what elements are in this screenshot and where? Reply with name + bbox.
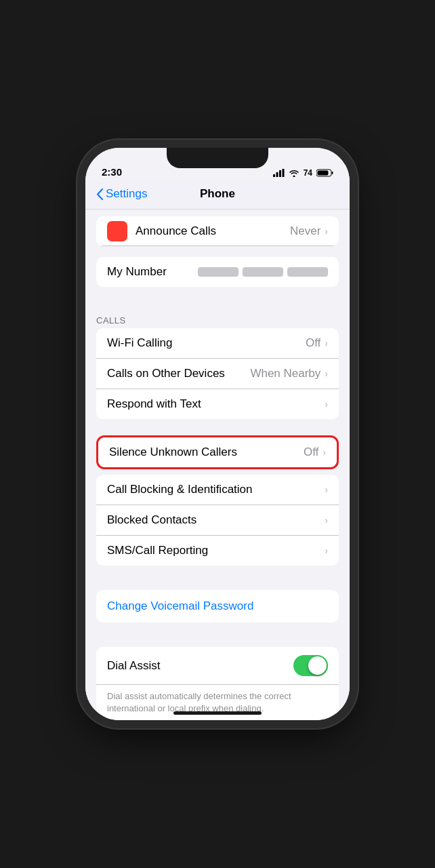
my-number-label: My Number bbox=[107, 265, 198, 279]
svg-rect-0 bbox=[273, 174, 275, 177]
blocked-contacts-row[interactable]: Blocked Contacts › bbox=[96, 505, 339, 536]
dial-assist-group: Dial Assist Dial assist automatically de… bbox=[96, 647, 339, 720]
svg-rect-1 bbox=[276, 172, 278, 177]
nav-bar: Settings Phone bbox=[85, 182, 350, 210]
nav-title: Phone bbox=[200, 187, 235, 201]
blur-block-2 bbox=[243, 267, 283, 277]
my-number-group: My Number bbox=[96, 257, 339, 287]
wifi-icon bbox=[289, 169, 299, 177]
back-chevron-icon bbox=[96, 189, 103, 200]
calls-section-header: CALLS bbox=[85, 311, 350, 328]
blur-block-1 bbox=[198, 267, 239, 277]
sms-call-reporting-chevron-icon: › bbox=[325, 545, 328, 556]
sms-call-reporting-row[interactable]: SMS/Call Reporting › bbox=[96, 536, 339, 566]
dial-assist-label: Dial Assist bbox=[107, 659, 293, 673]
screen: Settings Phone Announce Calls Never › My bbox=[85, 182, 350, 720]
change-voicemail-password-label: Change Voicemail Password bbox=[107, 599, 253, 613]
toggle-knob bbox=[308, 656, 327, 675]
silence-unknown-callers-row[interactable]: Silence Unknown Callers Off › bbox=[96, 435, 339, 469]
blocked-contacts-label: Blocked Contacts bbox=[107, 513, 325, 527]
change-voicemail-password-row[interactable]: Change Voicemail Password bbox=[96, 590, 339, 623]
voicemail-group: Change Voicemail Password bbox=[96, 590, 339, 623]
home-indicator bbox=[173, 711, 262, 715]
announce-calls-label: Announce Calls bbox=[136, 224, 290, 238]
announce-icon bbox=[107, 221, 127, 241]
svg-rect-6 bbox=[318, 171, 329, 176]
content: Announce Calls Never › My Number bbox=[85, 210, 350, 720]
calls-other-devices-chevron-icon: › bbox=[325, 368, 328, 379]
battery-level: 74 bbox=[304, 168, 312, 178]
call-blocking-row[interactable]: Call Blocking & Identification › bbox=[96, 475, 339, 505]
notch bbox=[167, 148, 268, 168]
wifi-calling-value: Off bbox=[306, 336, 320, 350]
svg-rect-3 bbox=[282, 169, 284, 177]
call-blocking-label: Call Blocking & Identification bbox=[107, 483, 325, 496]
sms-call-reporting-label: SMS/Call Reporting bbox=[107, 544, 325, 557]
signal-icon bbox=[273, 169, 285, 177]
announce-calls-value: Never bbox=[290, 224, 320, 238]
phone-frame: 2:30 74 bbox=[85, 148, 350, 720]
back-button[interactable]: Settings bbox=[96, 187, 147, 201]
dial-assist-description: Dial assist automatically determines the… bbox=[96, 685, 339, 720]
battery-icon bbox=[316, 169, 333, 177]
calls-other-devices-row[interactable]: Calls on Other Devices When Nearby › bbox=[96, 359, 339, 389]
respond-with-text-row[interactable]: Respond with Text › bbox=[96, 389, 339, 419]
call-blocking-group: Call Blocking & Identification › Blocked… bbox=[96, 475, 339, 566]
call-blocking-chevron-icon: › bbox=[325, 484, 328, 495]
wifi-calling-row[interactable]: Wi-Fi Calling Off › bbox=[96, 328, 339, 359]
wifi-calling-label: Wi-Fi Calling bbox=[107, 336, 306, 350]
silence-unknown-callers-label: Silence Unknown Callers bbox=[109, 446, 304, 459]
silence-unknown-callers-value: Off bbox=[304, 446, 318, 459]
status-icons: 74 bbox=[273, 168, 333, 178]
calls-group: Wi-Fi Calling Off › Calls on Other Devic… bbox=[96, 328, 339, 419]
my-number-row[interactable]: My Number bbox=[96, 257, 339, 287]
my-number-value bbox=[198, 267, 328, 277]
calls-other-devices-label: Calls on Other Devices bbox=[107, 367, 250, 380]
dial-assist-toggle[interactable] bbox=[293, 655, 328, 676]
dial-assist-row[interactable]: Dial Assist bbox=[96, 647, 339, 685]
silence-unknown-callers-chevron-icon: › bbox=[323, 447, 326, 458]
respond-with-text-label: Respond with Text bbox=[107, 397, 325, 411]
status-time: 2:30 bbox=[102, 166, 122, 178]
wifi-calling-chevron-icon: › bbox=[325, 338, 328, 349]
announce-chevron-icon: › bbox=[325, 226, 328, 237]
svg-rect-5 bbox=[332, 172, 333, 174]
svg-rect-2 bbox=[279, 170, 281, 177]
back-label: Settings bbox=[106, 187, 147, 201]
blocked-contacts-chevron-icon: › bbox=[325, 515, 328, 526]
calls-other-devices-value: When Nearby bbox=[250, 367, 320, 380]
blur-block-3 bbox=[287, 267, 328, 277]
announce-calls-row[interactable]: Announce Calls Never › bbox=[96, 216, 339, 246]
respond-with-text-chevron-icon: › bbox=[325, 399, 328, 410]
